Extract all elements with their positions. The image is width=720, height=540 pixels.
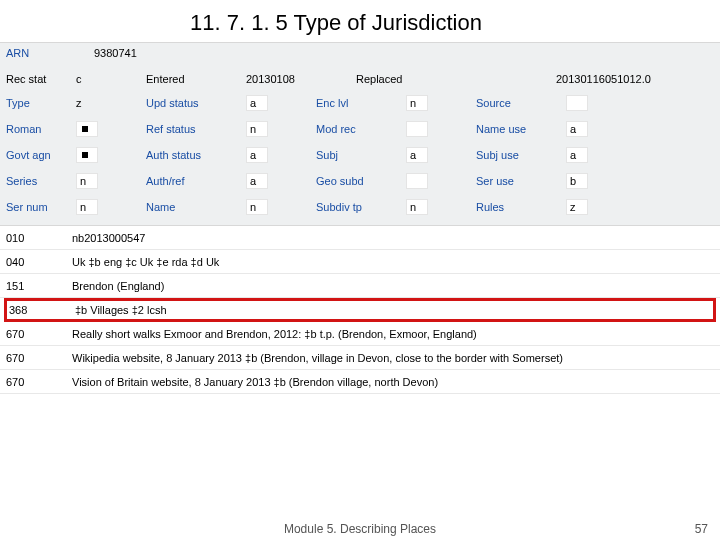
field-value[interactable]: a <box>566 147 588 163</box>
field-value[interactable] <box>406 121 428 137</box>
marc-tag: 670 <box>6 376 72 388</box>
marc-tag: 670 <box>6 352 72 364</box>
marc-content: Really short walks Exmoor and Brendon, 2… <box>72 328 477 340</box>
replaced-value: 20130116051012.0 <box>556 73 706 85</box>
marc-field-highlighted: 368‡b Villages ‡2 lcsh <box>4 298 716 322</box>
field-value[interactable]: n <box>406 199 428 215</box>
field-label-subdiv-tp[interactable]: Subdiv tp <box>316 201 406 213</box>
field-value[interactable]: a <box>246 173 268 189</box>
marc-tag: 670 <box>6 328 72 340</box>
marc-field-row: 040Uk ‡b eng ‡c Uk ‡e rda ‡d Uk <box>0 250 720 274</box>
marc-tag: 151 <box>6 280 72 292</box>
entered-label: Entered <box>146 73 246 85</box>
field-label-type[interactable]: Type <box>6 97 76 109</box>
field-label-roman[interactable]: Roman <box>6 123 76 135</box>
fill-character-icon <box>82 126 88 132</box>
fixed-field-grid: TypezUpd statusaEnc lvlnSource RomanRef … <box>0 93 720 225</box>
field-label-enc-lvl[interactable]: Enc lvl <box>316 97 406 109</box>
status-row: Rec stat c Entered 20130108 Replaced 201… <box>0 67 720 93</box>
footer-text: Module 5. Describing Places <box>0 522 720 536</box>
field-value[interactable]: b <box>566 173 588 189</box>
arn-row: ARN 9380741 <box>0 43 720 67</box>
marc-content: Vision of Britain website, 8 January 201… <box>72 376 438 388</box>
slide-title: 11. 7. 1. 5 Type of Jurisdiction <box>190 10 720 36</box>
field-value[interactable]: z <box>566 199 588 215</box>
field-value[interactable]: n <box>76 173 98 189</box>
rec-stat-label: Rec stat <box>6 73 76 85</box>
field-label-ser-use[interactable]: Ser use <box>476 175 566 187</box>
field-label-name[interactable]: Name <box>146 201 246 213</box>
marc-tag: 040 <box>6 256 72 268</box>
marc-content: Brendon (England) <box>72 280 164 292</box>
field-label-source[interactable]: Source <box>476 97 566 109</box>
field-value[interactable]: a <box>406 147 428 163</box>
field-value[interactable]: a <box>246 147 268 163</box>
marc-field-row: 670Wikipedia website, 8 January 2013 ‡b … <box>0 346 720 370</box>
field-value[interactable]: n <box>406 95 428 111</box>
fill-character-icon <box>82 152 88 158</box>
authority-fixed-fields: ARN 9380741 Rec stat c Entered 20130108 … <box>0 42 720 226</box>
marc-field-row: 670Really short walks Exmoor and Brendon… <box>0 322 720 346</box>
field-label-auth-ref[interactable]: Auth/ref <box>146 175 246 187</box>
field-value: z <box>76 97 146 109</box>
field-label-subj[interactable]: Subj <box>316 149 406 161</box>
marc-content: Uk ‡b eng ‡c Uk ‡e rda ‡d Uk <box>72 256 219 268</box>
field-label-ref-status[interactable]: Ref status <box>146 123 246 135</box>
marc-content: nb2013000547 <box>72 232 145 244</box>
marc-field-row: 670Vision of Britain website, 8 January … <box>0 370 720 394</box>
variable-fields: 010nb2013000547040Uk ‡b eng ‡c Uk ‡e rda… <box>0 226 720 394</box>
marc-tag: 368 <box>9 304 75 316</box>
field-value[interactable]: n <box>246 199 268 215</box>
field-label-series[interactable]: Series <box>6 175 76 187</box>
entered-value: 20130108 <box>246 73 356 85</box>
field-label-rules[interactable]: Rules <box>476 201 566 213</box>
field-value[interactable]: a <box>566 121 588 137</box>
arn-value: 9380741 <box>94 47 137 59</box>
marc-field-row: 010nb2013000547 <box>0 226 720 250</box>
marc-field-row: 151Brendon (England) <box>0 274 720 298</box>
field-value[interactable] <box>76 147 98 163</box>
marc-content: ‡b Villages ‡2 lcsh <box>75 304 167 316</box>
field-label-geo-subd[interactable]: Geo subd <box>316 175 406 187</box>
field-value[interactable]: n <box>246 121 268 137</box>
field-label-upd-status[interactable]: Upd status <box>146 97 246 109</box>
marc-tag: 010 <box>6 232 72 244</box>
field-value[interactable] <box>566 95 588 111</box>
replaced-label: Replaced <box>356 73 446 85</box>
field-label-mod-rec[interactable]: Mod rec <box>316 123 406 135</box>
rec-stat-value: c <box>76 73 146 85</box>
field-value[interactable]: a <box>246 95 268 111</box>
field-value[interactable] <box>406 173 428 189</box>
field-label-subj-use[interactable]: Subj use <box>476 149 566 161</box>
page-number: 57 <box>695 522 708 536</box>
field-label-ser-num[interactable]: Ser num <box>6 201 76 213</box>
arn-label[interactable]: ARN <box>6 47 72 59</box>
field-label-govt-agn[interactable]: Govt agn <box>6 149 76 161</box>
marc-content: Wikipedia website, 8 January 2013 ‡b (Br… <box>72 352 563 364</box>
field-label-name-use[interactable]: Name use <box>476 123 566 135</box>
field-value[interactable] <box>76 121 98 137</box>
field-label-auth-status[interactable]: Auth status <box>146 149 246 161</box>
field-value[interactable]: n <box>76 199 98 215</box>
